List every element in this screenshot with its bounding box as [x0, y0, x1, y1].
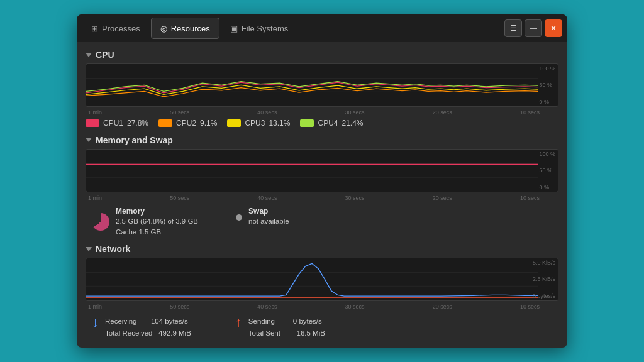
- cpu-y-label-0: 0 %: [539, 99, 555, 105]
- menu-button[interactable]: ☰: [504, 19, 522, 37]
- cpu-chart: 100 % 50 % 0 %: [86, 63, 558, 107]
- net-x-30s: 30 secs: [345, 304, 365, 310]
- mem-x-50s: 50 secs: [170, 195, 189, 201]
- legend-cpu3-color: [227, 119, 241, 127]
- network-x-labels: 1 min 50 secs 40 secs 30 secs 20 secs 10…: [86, 304, 558, 310]
- close-icon: ✕: [550, 24, 557, 33]
- minimize-button[interactable]: —: [525, 19, 542, 37]
- network-chart: 5.0 KiB/s 2.5 KiB/s 0 bytes/s: [86, 258, 558, 301]
- memory-section-header: Memory and Swap: [86, 135, 558, 145]
- legend-cpu2-color: [158, 119, 172, 127]
- tab-resources-label: Resources: [171, 24, 210, 33]
- cpu-section-header: CPU: [86, 50, 558, 60]
- cpu-y-label-100: 100 %: [539, 65, 555, 72]
- net-x-40s: 40 secs: [257, 304, 277, 310]
- total-sent-label: Total Sent: [248, 329, 280, 337]
- minimize-icon: —: [530, 24, 537, 33]
- tab-resources[interactable]: ◎ Resources: [151, 18, 219, 39]
- mem-x-1min: 1 min: [88, 195, 102, 201]
- cpu-legend: CPU1 27.8% CPU2 9.1% CPU3 13.1% CPU4 21.…: [86, 119, 558, 128]
- cpu-x-40s: 40 secs: [257, 109, 277, 116]
- total-received-label: Total Received: [105, 329, 152, 337]
- network-section-header: Network: [86, 244, 558, 254]
- legend-cpu1: CPU1 27.8%: [86, 119, 148, 128]
- swap-label: Swap: [248, 207, 289, 216]
- network-y-label-5k: 5.0 KiB/s: [533, 260, 555, 266]
- memory-y-label-100: 100 %: [539, 151, 555, 157]
- total-received-row: Total Received 492.9 MiB: [105, 327, 191, 340]
- memory-y-labels: 100 % 50 % 0 %: [539, 151, 555, 190]
- receiving-value: 104 bytes/s: [151, 317, 188, 325]
- network-y-label-25k: 2.5 KiB/s: [533, 276, 555, 282]
- memory-section-title: Memory and Swap: [96, 135, 173, 145]
- network-receiving: ↓ Receiving 104 bytes/s Total Received 4…: [92, 315, 191, 340]
- network-collapse-icon[interactable]: [86, 247, 92, 251]
- legend-cpu4-color: [300, 119, 314, 127]
- net-x-10s: 10 secs: [520, 304, 540, 310]
- legend-cpu2: CPU2 9.1%: [158, 119, 217, 128]
- receive-arrow-icon: ↓: [92, 315, 99, 329]
- total-received-value: 492.9 MiB: [158, 329, 191, 337]
- cpu-x-30s: 30 secs: [345, 109, 365, 116]
- memory-collapse-icon[interactable]: [86, 138, 92, 142]
- sending-row: Sending 0 bytes/s: [248, 315, 325, 328]
- cpu-x-10s: 10 secs: [520, 109, 540, 116]
- network-section-title: Network: [96, 244, 130, 254]
- legend-cpu3-value: 13.1%: [269, 119, 290, 128]
- app-window: ⊞ Processes ◎ Resources ▣ File Systems ☰…: [77, 14, 567, 348]
- sending-value: 0 bytes/s: [293, 317, 322, 325]
- swap-dot-icon: [236, 214, 242, 221]
- title-bar: ⊞ Processes ◎ Resources ▣ File Systems ☰…: [77, 14, 567, 42]
- memory-info: Memory 2.5 GB (64.8%) of 3.9 GB Cache 1.…: [86, 204, 558, 241]
- tab-processes[interactable]: ⊞ Processes: [82, 18, 150, 39]
- filesystems-icon: ▣: [230, 24, 238, 33]
- network-y-label-0: 0 bytes/s: [533, 293, 555, 299]
- memory-item-ram: Memory 2.5 GB (64.8%) of 3.9 GB Cache 1.…: [92, 207, 198, 238]
- memory-cache: Cache 1.5 GB: [116, 227, 198, 238]
- network-chart-svg: [86, 258, 538, 300]
- mem-x-10s: 10 secs: [520, 195, 540, 201]
- legend-cpu1-label: CPU1: [103, 119, 123, 128]
- cpu-y-labels: 100 % 50 % 0 %: [539, 65, 555, 105]
- close-button[interactable]: ✕: [545, 19, 562, 37]
- memory-item-swap: Swap not available: [236, 207, 289, 227]
- memory-y-label-0: 0 %: [539, 184, 555, 190]
- legend-cpu3-label: CPU3: [245, 119, 265, 128]
- legend-cpu2-value: 9.1%: [200, 119, 217, 128]
- memory-donut-icon: [92, 213, 109, 231]
- legend-cpu2-label: CPU2: [176, 119, 196, 128]
- swap-value: not available: [248, 216, 289, 227]
- cpu-section-title: CPU: [96, 50, 114, 60]
- memory-value: 2.5 GB (64.8%) of 3.9 GB: [116, 216, 198, 227]
- legend-cpu1-color: [86, 119, 99, 127]
- menu-icon: ☰: [510, 24, 517, 33]
- cpu-y-label-50: 50 %: [539, 82, 555, 88]
- net-x-1min: 1 min: [88, 304, 102, 310]
- network-y-labels: 5.0 KiB/s 2.5 KiB/s 0 bytes/s: [533, 260, 555, 299]
- legend-cpu1-value: 27.8%: [127, 119, 148, 128]
- total-sent-value: 16.5 MiB: [297, 329, 325, 337]
- mem-x-20s: 20 secs: [433, 195, 452, 201]
- resources-icon: ◎: [160, 24, 167, 33]
- tab-filesystems-label: File Systems: [242, 24, 288, 33]
- mem-x-30s: 30 secs: [345, 195, 365, 201]
- memory-x-labels: 1 min 50 secs 40 secs 30 secs 20 secs 10…: [86, 195, 558, 201]
- cpu-chart-svg: [86, 64, 538, 106]
- receiving-label: Receiving: [105, 317, 137, 325]
- cpu-x-50s: 50 secs: [170, 109, 189, 116]
- cpu-x-labels: 1 min 50 secs 40 secs 30 secs 20 secs 10…: [86, 109, 558, 116]
- content-area: CPU 100 % 50 % 0 % 1 m: [77, 42, 567, 348]
- cpu-collapse-icon[interactable]: [86, 53, 92, 57]
- cpu-x-20s: 20 secs: [433, 109, 452, 116]
- cpu-x-1min: 1 min: [88, 109, 102, 116]
- tab-filesystems[interactable]: ▣ File Systems: [221, 18, 297, 39]
- tab-processes-label: Processes: [102, 24, 140, 33]
- processes-icon: ⊞: [91, 24, 98, 33]
- memory-chart-svg: [86, 150, 538, 192]
- network-info: ↓ Receiving 104 bytes/s Total Received 4…: [86, 313, 558, 343]
- send-arrow-icon: ↑: [235, 315, 242, 329]
- receiving-row: Receiving 104 bytes/s: [105, 315, 191, 328]
- legend-cpu4-value: 21.4%: [341, 119, 363, 128]
- legend-cpu4: CPU4 21.4%: [300, 119, 363, 128]
- network-sending: ↑ Sending 0 bytes/s Total Sent 16.5 MiB: [235, 315, 325, 340]
